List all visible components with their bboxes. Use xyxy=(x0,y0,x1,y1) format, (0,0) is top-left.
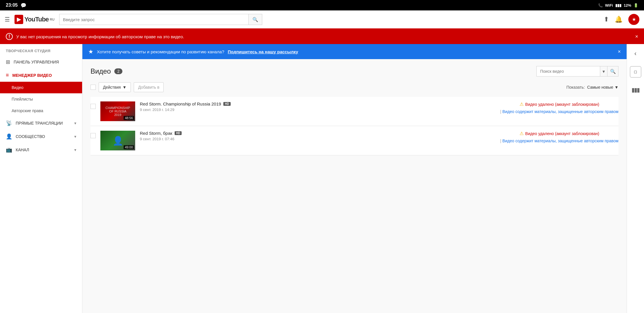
info-banner: ★ Хотите получать советы и рекомендации … xyxy=(82,44,627,59)
add-label: Добавить в xyxy=(138,85,159,90)
add-to-button[interactable]: Добавить в xyxy=(134,82,164,92)
hamburger-button[interactable]: ☰ xyxy=(5,16,10,23)
content-header: Видео 2 ▾ 🔍 xyxy=(91,66,618,77)
nav-bar: ☰ ▶ YouTube RU 🔍 ⬆ 🔔 ★ xyxy=(0,10,644,29)
video-thumbnail-0[interactable]: CHAMPIONSHIPOF RUSSIA2019 48:56 xyxy=(100,101,135,121)
actions-label: Действия xyxy=(103,85,121,90)
community-chevron: ▾ xyxy=(74,134,76,139)
avatar[interactable]: ★ xyxy=(628,14,639,25)
sidebar: ТВОРЧЕСКАЯ СТУДИЯ ⊞ ПАНЕЛЬ УПРАВЛЕНИЯ ≡ … xyxy=(0,44,82,313)
streams-icon: 📡 xyxy=(6,120,12,126)
upload-icon[interactable]: ⬆ xyxy=(604,16,609,23)
signal-icon: ▮▮▮ xyxy=(615,3,621,8)
video-title-1: Red Storm, брак HD xyxy=(140,131,495,136)
video-date-0: 9 сент. 2019 г. 14:29 xyxy=(140,108,495,112)
studio-header: ТВОРЧЕСКАЯ СТУДИЯ xyxy=(0,44,82,55)
status-divider-1: | xyxy=(500,139,501,143)
subscribe-link[interactable]: Подпишитесь на нашу рассылку xyxy=(228,49,298,54)
info-text: Хотите получать советы и рекомендации по… xyxy=(97,49,224,54)
playlists-label: Плейлисты xyxy=(12,97,33,101)
search-bar: 🔍 xyxy=(59,14,262,25)
sidebar-item-dashboard[interactable]: ⊞ ПАНЕЛЬ УПРАВЛЕНИЯ xyxy=(0,55,82,69)
copyright-link-1[interactable]: Видео содержит материалы, защищенные авт… xyxy=(502,139,618,143)
sort-chevron: ▼ xyxy=(614,85,618,90)
status-time: 23:05 xyxy=(6,3,18,8)
sidebar-item-videos[interactable]: Видео xyxy=(0,82,82,93)
hd-badge-0: HD xyxy=(223,102,230,106)
wifi-icon: WiFi xyxy=(605,3,613,8)
error-close-button[interactable]: × xyxy=(635,34,638,40)
bell-icon[interactable]: 🔔 xyxy=(615,16,623,23)
star-icon: ★ xyxy=(88,48,93,55)
video-thumbnail-1[interactable]: 👤 49:00 xyxy=(100,131,135,150)
video-checkbox-1[interactable] xyxy=(91,133,96,138)
video-checkbox-0[interactable] xyxy=(91,104,96,109)
video-status-0: ⚠ Видео удалено (аккаунт заблокирован) |… xyxy=(500,101,618,114)
search-video-button[interactable]: 🔍 xyxy=(607,66,618,77)
select-all-checkbox[interactable] xyxy=(91,85,96,90)
content-title: Видео xyxy=(91,67,111,75)
search-button[interactable]: 🔍 xyxy=(248,14,262,25)
sidebar-item-community[interactable]: 👤 СООБЩЕСТВО ▾ xyxy=(0,130,82,143)
channel-label: КАНАЛ xyxy=(16,148,29,152)
sort-dropdown[interactable]: Самые новые ▼ xyxy=(587,85,618,90)
table-row: CHAMPIONSHIPOF RUSSIA2019 48:56 Red Stor… xyxy=(91,97,618,126)
sidebar-item-video-manager[interactable]: ≡ МЕНЕДЖЕР ВИДЕО xyxy=(0,69,82,82)
right-nav: ‹ □ ▮▮▮ xyxy=(627,44,644,313)
sidebar-item-playlists[interactable]: Плейлисты xyxy=(0,93,82,105)
back-icon[interactable]: ‹ xyxy=(634,50,636,57)
info-close-button[interactable]: × xyxy=(618,49,621,55)
streams-label: ПРЯМЫЕ ТРАНСЛЯЦИИ xyxy=(16,121,63,125)
sidebar-item-streams[interactable]: 📡 ПРЯМЫЕ ТРАНСЛЯЦИИ ▾ xyxy=(0,117,82,130)
status-right: 📞 WiFi ▮▮▮ 12% 🔋 xyxy=(598,3,638,8)
table-row: 👤 49:00 Red Storm, брак HD 9 сент. 2019 … xyxy=(91,126,618,155)
dashboard-label: ПАНЕЛЬ УПРАВЛЕНИЯ xyxy=(14,60,59,64)
copyright-link-0[interactable]: Видео содержит материалы, защищенные авт… xyxy=(502,109,618,114)
status-text-0: Видео удалено (аккаунт заблокирован) xyxy=(525,102,599,107)
status-bar: 23:05 💬 📞 WiFi ▮▮▮ 12% 🔋 xyxy=(0,0,644,10)
video-duration-1: 49:00 xyxy=(124,145,134,149)
status-blocked-0: ⚠ Видео удалено (аккаунт заблокирован) xyxy=(500,101,618,107)
sort-value: Самые новые xyxy=(587,85,613,90)
video-title-0: Red Storm. Championship of Russia 2019 H… xyxy=(140,101,495,106)
video-info-1: Red Storm, брак HD 9 сент. 2019 г. 07:46 xyxy=(140,131,495,141)
youtube-logo-text: YouTube xyxy=(24,16,49,23)
error-icon: ! xyxy=(6,33,13,40)
search-input[interactable] xyxy=(59,14,248,25)
video-status-1: ⚠ Видео удалено (аккаунт заблокирован) |… xyxy=(500,131,618,143)
video-date-1: 9 сент. 2019 г. 07:46 xyxy=(140,137,495,141)
search-video-dropdown[interactable]: ▾ xyxy=(600,66,607,77)
warning-icon-1: ⚠ xyxy=(520,131,524,136)
error-banner: ! У вас нет разрешения на просмотр инфор… xyxy=(0,29,644,44)
recents-icon[interactable]: ▮▮▮ xyxy=(632,86,639,93)
video-manager-label: МЕНЕДЖЕР ВИДЕО xyxy=(12,73,52,78)
status-text-1: Видео удалено (аккаунт заблокирован) xyxy=(525,131,599,136)
error-text: У вас нет разрешения на просмотр информа… xyxy=(16,34,184,39)
dashboard-icon: ⊞ xyxy=(6,59,10,65)
toolbar: Действия ▼ Добавить в Показать: Самые но… xyxy=(91,82,618,92)
home-button[interactable]: □ xyxy=(630,66,641,78)
search-video-input[interactable] xyxy=(536,66,600,77)
phone-icon: 📞 xyxy=(598,3,603,8)
video-info-0: Red Storm. Championship of Russia 2019 H… xyxy=(140,101,495,112)
warning-icon-0: ⚠ xyxy=(520,101,524,107)
actions-button[interactable]: Действия ▼ xyxy=(99,82,131,92)
avatar-icon: ★ xyxy=(632,17,636,22)
logo-area[interactable]: ▶ YouTube RU xyxy=(15,15,55,24)
content-area: Видео 2 ▾ 🔍 Действия ▼ Добавить в xyxy=(82,59,627,313)
main-layout: ТВОРЧЕСКАЯ СТУДИЯ ⊞ ПАНЕЛЬ УПРАВЛЕНИЯ ≡ … xyxy=(0,44,644,313)
sidebar-item-rights[interactable]: Авторские права xyxy=(0,105,82,117)
hd-badge-1: HD xyxy=(175,131,182,135)
status-divider-0: | xyxy=(500,109,501,114)
videos-label: Видео xyxy=(12,85,23,90)
search-video-area: ▾ 🔍 xyxy=(536,66,618,77)
video-manager-icon: ≡ xyxy=(6,72,9,78)
channel-icon: 📺 xyxy=(6,147,12,153)
sort-area: Показать: Самые новые ▼ xyxy=(567,85,619,90)
battery-icon: 🔋 xyxy=(634,3,638,8)
video-list: CHAMPIONSHIPOF RUSSIA2019 48:56 Red Stor… xyxy=(91,97,618,155)
content-title-area: Видео 2 xyxy=(91,67,122,75)
rights-label: Авторские права xyxy=(12,108,43,113)
streams-chevron: ▾ xyxy=(74,121,76,125)
sidebar-item-channel[interactable]: 📺 КАНАЛ ▾ xyxy=(0,143,82,156)
